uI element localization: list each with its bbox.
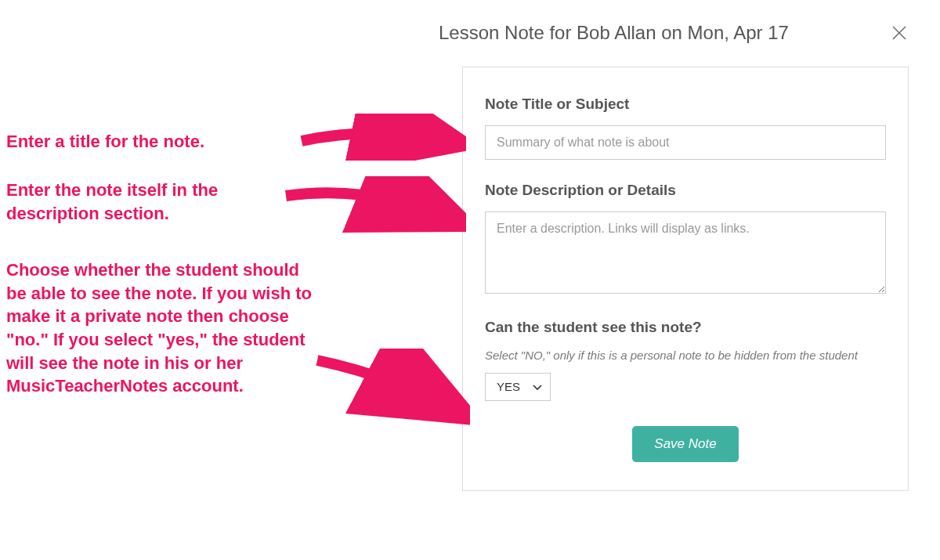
save-button[interactable]: Save Note xyxy=(632,426,738,462)
title-input[interactable] xyxy=(485,125,886,160)
title-label: Note Title or Subject xyxy=(485,96,886,113)
arrow-icon xyxy=(313,349,470,427)
visibility-selected-value: YES xyxy=(497,380,520,393)
description-group: Note Description or Details xyxy=(485,182,886,297)
modal-title: Lesson Note for Bob Allan on Mon, Apr 17 xyxy=(439,22,789,44)
chevron-down-icon xyxy=(533,380,542,394)
arrow-icon xyxy=(298,114,466,161)
visibility-label: Can the student see this note? xyxy=(485,319,886,336)
annotation-description: Enter the note itself in the description… xyxy=(6,179,273,225)
annotation-title: Enter a title for the note. xyxy=(6,130,204,154)
button-row: Save Note xyxy=(485,426,886,462)
description-textarea[interactable] xyxy=(485,211,886,294)
close-icon[interactable] xyxy=(890,23,909,42)
visibility-group: Can the student see this note? Select "N… xyxy=(485,319,886,401)
modal-header: Lesson Note for Bob Allan on Mon, Apr 17 xyxy=(439,22,909,44)
visibility-helper: Select "NO," only if this is a personal … xyxy=(485,349,886,362)
annotation-visibility: Choose whether the student should be abl… xyxy=(6,258,312,398)
visibility-select[interactable]: YES xyxy=(485,373,551,401)
modal-body: Note Title or Subject Note Description o… xyxy=(462,67,909,491)
description-label: Note Description or Details xyxy=(485,182,886,199)
title-group: Note Title or Subject xyxy=(485,96,886,160)
arrow-icon xyxy=(282,176,466,239)
